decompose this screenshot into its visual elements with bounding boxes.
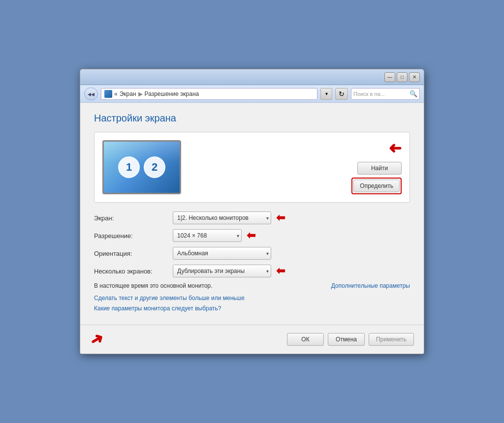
breadcrumb-part1: « — [114, 91, 118, 97]
breadcrumb-screen: Экран — [120, 91, 136, 97]
address-box: « Экран ▶ Разрешение экрана — [101, 88, 317, 100]
resolution-row: Разрешение: 1024 × 768 ▾ ⬅ — [94, 229, 410, 242]
screen-dropdown-arrow: ▾ — [266, 215, 269, 221]
orientation-label: Ориентация: — [94, 250, 173, 257]
resolution-dropdown-arrow: ▾ — [237, 233, 239, 239]
ok-button[interactable]: ОК — [287, 333, 324, 346]
address-dropdown-button[interactable]: ▾ — [320, 88, 332, 100]
panel-buttons: Найти Определить — [351, 162, 402, 194]
monitor-screen: 1 2 — [102, 140, 181, 194]
screen-label: Экран: — [94, 214, 173, 222]
titlebar-buttons: — □ ✕ — [384, 72, 420, 82]
settings-window: — □ ✕ ◂◂ « Экран ▶ Разрешение экрана ▾ ↻… — [80, 69, 424, 354]
search-icon: 🔍 — [410, 90, 417, 97]
breadcrumb-separator: ▶ — [138, 91, 143, 97]
arrow-to-detect: ➜ — [388, 140, 402, 156]
form-section: Экран: 1|2. Несколько мониторов ▾ ⬅ Разр… — [94, 212, 410, 277]
bottom-bar: ➜ ОК Отмена Применить — [80, 325, 424, 354]
resolution-arrow: ⬅ — [247, 230, 255, 241]
monitor-numbers: 1 2 — [118, 156, 165, 178]
monitor-display: 1 2 — [102, 140, 351, 194]
resolution-label: Разрешение: — [94, 232, 173, 240]
screen-row: Экран: 1|2. Несколько мониторов ▾ ⬅ — [94, 212, 410, 224]
cancel-button[interactable]: Отмена — [328, 333, 365, 346]
orientation-select[interactable]: Альбомная ▾ — [173, 247, 271, 260]
monitor-panel: 1 2 ➜ Найти Определить — [94, 132, 410, 203]
resolution-select[interactable]: 1024 × 768 ▾ — [173, 229, 242, 242]
detect-btn-wrapper: Определить — [351, 178, 402, 194]
multiple-screens-value: Дублировать эти экраны — [177, 268, 245, 274]
main-monitor-status: В настоящее время это основной монитор. — [94, 282, 213, 289]
detect-button[interactable]: Определить — [353, 180, 400, 192]
apply-button[interactable]: Применить — [369, 333, 414, 346]
monitor-num-2: 2 — [144, 156, 165, 178]
multiple-screens-row: Несколько экранов: Дублировать эти экран… — [94, 265, 410, 277]
addressbar: ◂◂ « Экран ▶ Разрешение экрана ▾ ↻ Поиск… — [80, 85, 424, 103]
advanced-params-link[interactable]: Дополнительные параметры — [331, 282, 410, 289]
maximize-button[interactable]: □ — [397, 72, 408, 82]
search-placeholder: Поиск в па... — [353, 91, 385, 97]
minimize-button[interactable]: — — [384, 72, 395, 82]
monitor-params-link[interactable]: Какие параметры монитора следует выбрать… — [94, 305, 221, 312]
multiple-screens-select[interactable]: Дублировать эти экраны ▾ — [173, 265, 271, 277]
main-content: Настройки экрана 1 2 ➜ — [80, 103, 424, 325]
screen-arrow: ⬅ — [276, 212, 285, 223]
status-row: В настоящее время это основной монитор. … — [94, 282, 410, 289]
back-button[interactable]: ◂◂ — [84, 88, 98, 100]
make-text-larger-link[interactable]: Сделать текст и другие элементы больше и… — [94, 295, 245, 302]
multiple-screens-label: Несколько экранов: — [94, 268, 173, 275]
find-button[interactable]: Найти — [357, 162, 402, 175]
search-box[interactable]: Поиск в па... 🔍 — [351, 88, 420, 100]
orientation-select-value: Альбомная — [177, 250, 208, 257]
orientation-row: Ориентация: Альбомная ▾ — [94, 247, 410, 260]
arrow-icon-resolution: ⬅ — [247, 230, 255, 241]
refresh-button[interactable]: ↻ — [335, 88, 348, 100]
nav-buttons: ◂◂ — [84, 88, 98, 100]
link-row-2: Какие параметры монитора следует выбрать… — [94, 304, 410, 312]
breadcrumb-resolution: Разрешение экрана — [145, 91, 199, 97]
page-title: Настройки экрана — [94, 113, 410, 124]
close-button[interactable]: ✕ — [409, 72, 420, 82]
link-row-1: Сделать текст и другие элементы больше и… — [94, 294, 410, 302]
resolution-select-value: 1024 × 768 — [177, 232, 207, 239]
multiple-screens-dropdown-arrow: ▾ — [266, 269, 269, 274]
titlebar: — □ ✕ — [80, 69, 424, 85]
arrow-to-apply: ➜ — [86, 328, 107, 351]
monitor-num-1: 1 — [118, 156, 140, 178]
screen-select[interactable]: 1|2. Несколько мониторов ▾ — [173, 212, 271, 224]
arrow-icon-screen: ⬅ — [276, 212, 285, 223]
screen-select-value: 1|2. Несколько мониторов — [177, 214, 249, 221]
arrow-icon-multiple: ⬅ — [276, 266, 285, 276]
screen-icon — [104, 90, 112, 98]
orientation-dropdown-arrow: ▾ — [266, 251, 269, 256]
multiple-screens-arrow: ⬅ — [276, 266, 285, 276]
